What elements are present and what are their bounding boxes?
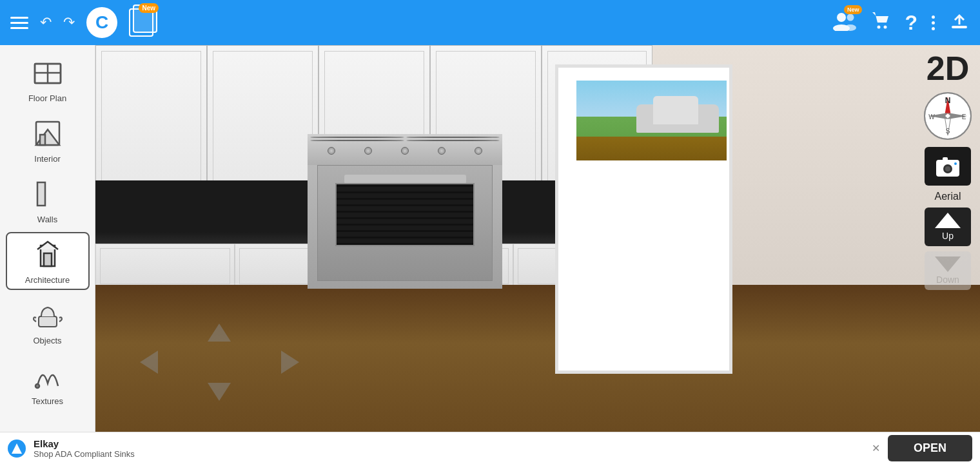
up-button[interactable]: Up bbox=[925, 208, 971, 246]
view-2d-button[interactable]: 2D bbox=[926, 52, 969, 85]
ad-close-button[interactable]: ✕ bbox=[872, 442, 880, 454]
aerial-view-button[interactable] bbox=[925, 147, 971, 186]
sidebar: Floor Plan Interior Walls Architecture bbox=[0, 45, 95, 464]
sidebar-item-floor-plan[interactable]: Floor Plan bbox=[6, 50, 90, 108]
right-panel: 2D N S E W Aerial bbox=[916, 45, 980, 464]
ad-banner: Elkay Shop ADA Compliant Sinks ✕ OPEN bbox=[0, 432, 980, 464]
down-chevron-icon bbox=[935, 256, 961, 272]
copy-button[interactable]: New bbox=[129, 8, 153, 37]
ad-logo bbox=[8, 440, 26, 458]
sidebar-item-textures[interactable]: Textures bbox=[6, 353, 90, 411]
svg-point-3 bbox=[845, 24, 856, 31]
svg-point-31 bbox=[945, 166, 950, 171]
cabinet-door-2 bbox=[207, 45, 318, 191]
nav-right-arrow[interactable] bbox=[281, 351, 299, 374]
knob-5 bbox=[475, 147, 482, 155]
svg-point-5 bbox=[884, 25, 887, 28]
cart-button[interactable] bbox=[871, 11, 890, 35]
community-new-badge: New bbox=[844, 5, 863, 14]
exterior-door bbox=[555, 64, 732, 374]
navigation-arrows bbox=[140, 324, 299, 401]
objects-label: Objects bbox=[33, 336, 61, 345]
nav-left-arrow[interactable] bbox=[140, 351, 158, 374]
aerial-label: Aerial bbox=[935, 191, 961, 202]
door-frame bbox=[557, 66, 730, 372]
stove bbox=[308, 134, 502, 289]
svg-rect-17 bbox=[39, 316, 57, 327]
nav-up-arrow[interactable] bbox=[208, 324, 231, 342]
svg-text:S: S bbox=[946, 128, 950, 135]
down-button[interactable]: Down bbox=[925, 251, 971, 290]
textures-label: Textures bbox=[32, 396, 63, 406]
compass[interactable]: N S E W bbox=[922, 90, 974, 142]
svg-point-0 bbox=[837, 13, 846, 22]
svg-rect-6 bbox=[952, 26, 967, 28]
svg-point-4 bbox=[877, 25, 881, 28]
upload-button[interactable] bbox=[949, 10, 970, 35]
svg-point-33 bbox=[954, 162, 957, 165]
redo-button[interactable]: ↷ bbox=[63, 14, 75, 31]
ad-text: Elkay Shop ADA Compliant Sinks bbox=[34, 438, 861, 459]
svg-text:E: E bbox=[962, 113, 966, 121]
new-badge: New bbox=[139, 3, 159, 13]
floor-plan-label: Floor Plan bbox=[28, 93, 66, 103]
knob-4 bbox=[438, 147, 446, 155]
down-label: Down bbox=[936, 275, 959, 285]
up-chevron-icon bbox=[935, 213, 961, 228]
more-button[interactable] bbox=[932, 15, 935, 30]
sidebar-item-architecture[interactable]: Architecture bbox=[6, 232, 90, 290]
stove-knobs bbox=[308, 137, 502, 165]
svg-point-1 bbox=[847, 14, 854, 21]
main-3d-view[interactable] bbox=[95, 45, 980, 432]
stove-oven bbox=[317, 165, 493, 281]
ad-brand: Elkay bbox=[34, 438, 861, 449]
svg-text:W: W bbox=[928, 113, 935, 121]
community-button[interactable]: New bbox=[832, 10, 857, 35]
architecture-label: Architecture bbox=[25, 275, 70, 285]
menu-button[interactable] bbox=[10, 17, 28, 29]
interior-label: Interior bbox=[34, 154, 60, 164]
ad-subtitle: Shop ADA Compliant Sinks bbox=[34, 449, 861, 459]
svg-point-18 bbox=[35, 384, 39, 388]
sidebar-item-walls[interactable]: Walls bbox=[6, 171, 90, 229]
svg-rect-16 bbox=[44, 253, 52, 266]
knob-1 bbox=[328, 147, 335, 155]
ad-open-button[interactable]: OPEN bbox=[888, 435, 972, 461]
lower-door-1 bbox=[95, 244, 235, 289]
header-right: New ? bbox=[832, 10, 970, 35]
up-label: Up bbox=[942, 231, 954, 241]
sidebar-item-objects[interactable]: Objects bbox=[6, 293, 90, 351]
sidebar-item-interior[interactable]: Interior bbox=[6, 111, 90, 169]
knob-2 bbox=[364, 147, 372, 155]
svg-text:N: N bbox=[945, 96, 951, 105]
header-left: ↶ ↷ C New bbox=[10, 7, 153, 38]
svg-rect-14 bbox=[37, 182, 45, 206]
nav-down-arrow[interactable] bbox=[208, 383, 231, 401]
undo-button[interactable]: ↶ bbox=[40, 14, 52, 31]
oven-window bbox=[335, 183, 475, 246]
svg-rect-32 bbox=[943, 157, 948, 161]
knob-3 bbox=[401, 147, 409, 155]
help-button[interactable]: ? bbox=[905, 11, 917, 35]
cabinet-door-1 bbox=[95, 45, 207, 191]
svg-marker-34 bbox=[12, 443, 22, 454]
logo[interactable]: C bbox=[86, 7, 117, 38]
walls-label: Walls bbox=[37, 215, 57, 224]
svg-rect-13 bbox=[40, 135, 45, 145]
kitchen-scene bbox=[95, 45, 980, 432]
header: ↶ ↷ C New New ? bbox=[0, 0, 980, 45]
